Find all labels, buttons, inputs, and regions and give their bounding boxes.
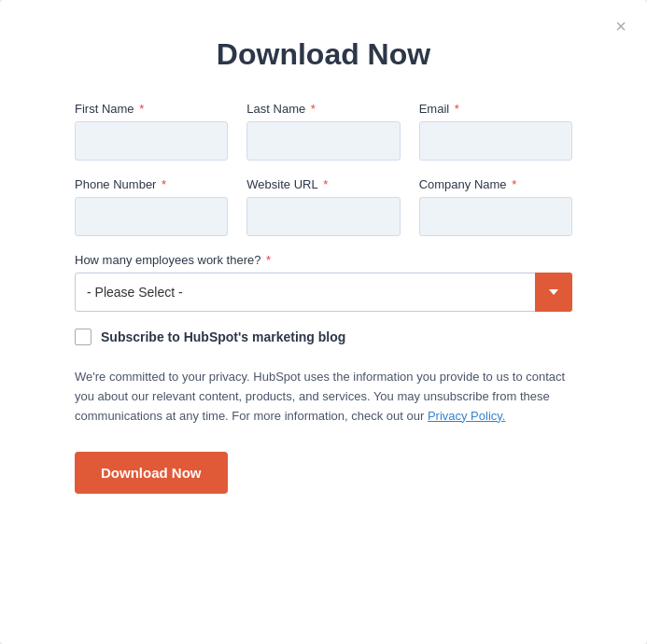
employees-field: How many employees work there? * - Pleas…	[75, 253, 572, 312]
required-asterisk: *	[136, 102, 145, 116]
email-input[interactable]	[419, 121, 572, 161]
website-label: Website URL *	[246, 177, 400, 191]
subscribe-checkbox-row: Subscribe to HubSpot's marketing blog	[75, 329, 572, 345]
required-asterisk: *	[307, 102, 316, 116]
subscribe-checkbox[interactable]	[75, 329, 91, 345]
modal-title: Download Now	[75, 37, 572, 72]
required-asterisk: *	[509, 177, 517, 191]
employees-select-wrapper: - Please Select - 1-10 11-50 51-200 201-…	[75, 273, 572, 312]
employees-label: How many employees work there? *	[75, 253, 572, 267]
last-name-field: Last Name *	[246, 102, 400, 161]
required-asterisk: *	[158, 177, 166, 191]
phone-input[interactable]	[75, 197, 228, 236]
required-asterisk: *	[320, 177, 329, 191]
email-field: Email *	[419, 102, 572, 161]
first-name-label: First Name *	[75, 102, 228, 116]
download-modal: × Download Now First Name * Last Name * …	[0, 0, 647, 644]
email-label: Email *	[419, 102, 572, 116]
website-input[interactable]	[246, 197, 400, 236]
form-row-1: First Name * Last Name * Email *	[75, 102, 572, 161]
privacy-policy-link[interactable]: Privacy Policy.	[428, 409, 506, 423]
first-name-field: First Name *	[75, 102, 228, 161]
required-asterisk: *	[262, 253, 271, 267]
required-asterisk: *	[451, 102, 459, 116]
download-now-button[interactable]: Download Now	[75, 452, 228, 494]
company-field: Company Name *	[419, 177, 572, 236]
company-input[interactable]	[419, 197, 572, 236]
first-name-input[interactable]	[75, 121, 228, 161]
form-row-2: Phone Number * Website URL * Company Nam…	[75, 177, 572, 236]
employees-select[interactable]: - Please Select - 1-10 11-50 51-200 201-…	[75, 273, 572, 312]
phone-label: Phone Number *	[75, 177, 228, 191]
last-name-input[interactable]	[246, 121, 400, 161]
phone-field: Phone Number *	[75, 177, 228, 236]
privacy-text: We're committed to your privacy. HubSpot…	[75, 368, 572, 426]
company-label: Company Name *	[419, 177, 572, 191]
close-button[interactable]: ×	[615, 17, 626, 35]
last-name-label: Last Name *	[246, 102, 400, 116]
subscribe-label[interactable]: Subscribe to HubSpot's marketing blog	[101, 329, 345, 344]
website-field: Website URL *	[246, 177, 400, 236]
